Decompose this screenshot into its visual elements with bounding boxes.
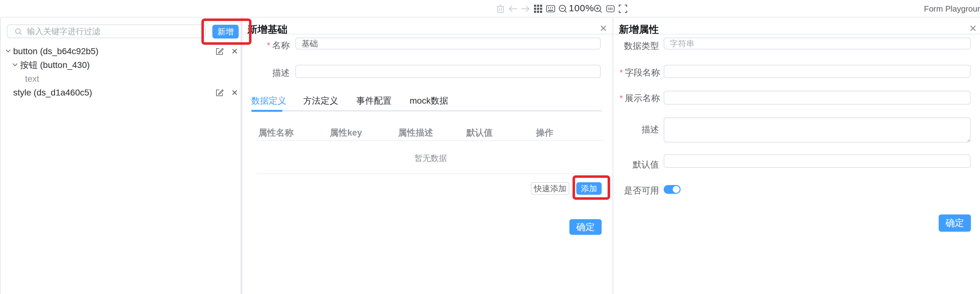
tree-row-anniu[interactable]: 按钮 (button_430) (1, 58, 241, 72)
col-header-actions: 操作 (536, 127, 554, 139)
add-property-drawer: 新增属性 ✕ 数据类型 *字段名称 *展示名称 描述 默认值 是否可用 确定 (613, 17, 980, 294)
confirm-button[interactable]: 确定 (570, 219, 601, 235)
table-empty-text: 暂无数据 (257, 153, 605, 164)
undo-back-icon[interactable] (507, 3, 519, 15)
top-toolbar: 100% Form Playground F (0, 0, 980, 17)
tab-data-definition[interactable]: 数据定义 (251, 95, 286, 107)
enabled-toggle[interactable] (664, 185, 681, 194)
field-name-input[interactable] (664, 65, 970, 78)
tab-active-indicator (251, 110, 283, 112)
redo-forward-icon[interactable] (519, 3, 531, 15)
close-icon[interactable]: ✕ (600, 24, 607, 33)
app-title: Form Playground F (924, 4, 980, 14)
field-label-desc: 描述 (255, 67, 290, 79)
tree-row-button[interactable]: button (ds_b64c92b5) ✕ (1, 44, 241, 58)
tab-track (251, 110, 602, 111)
table-bottom-border (257, 173, 605, 174)
delete-node-icon[interactable]: ✕ (231, 89, 238, 97)
tree-node-label[interactable]: style (ds_d1a460c5) (13, 88, 92, 98)
col-header-prop-name: 属性名称 (258, 127, 293, 139)
search-input[interactable] (27, 26, 202, 37)
data-type-select[interactable] (664, 38, 970, 49)
confirm-button[interactable]: 确定 (939, 215, 971, 232)
field-label-name: *名称 (255, 40, 290, 51)
edit-icon[interactable] (215, 47, 224, 56)
toggle-knob (673, 186, 679, 193)
keyboard-icon[interactable] (544, 3, 557, 15)
field-label-enabled: 是否可用 (619, 185, 659, 197)
zoom-out-icon[interactable] (557, 3, 569, 15)
grid-view-icon[interactable] (532, 3, 544, 15)
add-button[interactable]: 添加 (576, 182, 601, 195)
col-header-prop-key: 属性key (330, 127, 362, 139)
fullscreen-icon[interactable] (617, 3, 629, 15)
tree-node-label[interactable]: text (25, 74, 39, 84)
edit-icon[interactable] (215, 89, 224, 97)
quick-add-button[interactable]: 快速添加 (531, 182, 570, 195)
default-value-input[interactable] (664, 154, 970, 168)
search-box (7, 24, 206, 38)
zoom-in-icon[interactable] (592, 3, 604, 15)
delete-icon[interactable] (494, 3, 507, 15)
required-mark: * (619, 93, 623, 103)
name-input[interactable] (295, 38, 601, 49)
display-name-input[interactable] (664, 91, 970, 105)
add-datasource-button[interactable]: 新增 (212, 25, 239, 38)
add-base-drawer: 新增基础 ✕ *名称 描述 数据定义 方法定义 事件配置 mock数据 属性名称… (242, 17, 612, 294)
delete-node-icon[interactable]: ✕ (231, 47, 238, 56)
close-icon[interactable]: ✕ (969, 24, 977, 33)
tree-node-label[interactable]: button (ds_b64c92b5) (13, 46, 99, 56)
divider (242, 34, 612, 35)
chevron-down-icon[interactable] (11, 60, 19, 70)
field-label-default-value: 默认值 (619, 159, 659, 171)
tab-event-config[interactable]: 事件配置 (356, 95, 391, 107)
required-mark: * (267, 40, 270, 50)
desc-textarea[interactable] (664, 118, 970, 143)
required-mark: * (619, 68, 623, 77)
tree-row-style[interactable]: style (ds_d1a460c5) ✕ (1, 86, 241, 100)
col-header-default: 默认值 (466, 127, 493, 139)
chevron-down-icon[interactable] (5, 46, 11, 56)
tab-mock-data[interactable]: mock数据 (410, 95, 448, 107)
desc-input[interactable] (295, 65, 601, 78)
col-header-prop-desc: 属性描述 (398, 127, 433, 139)
search-icon (15, 28, 22, 35)
drawer-title: 新增基础 (247, 23, 288, 37)
tab-method-definition[interactable]: 方法定义 (303, 95, 338, 107)
tree-row-text[interactable]: text (1, 72, 241, 86)
field-label-data-type: 数据类型 (619, 40, 659, 52)
field-label-field-name: *字段名称 (619, 67, 659, 79)
component-tree-sidebar: 新增 button (ds_b64c92b5) ✕ 按钮 (button_430… (0, 17, 240, 294)
table-header-border (257, 140, 605, 141)
field-label-desc: 描述 (619, 124, 659, 135)
tree-node-label[interactable]: 按钮 (button_430) (20, 59, 90, 71)
field-label-display-name: *展示名称 (619, 92, 659, 104)
zoom-level: 100% (569, 3, 594, 13)
minimap-icon[interactable] (604, 3, 617, 15)
divider (613, 34, 980, 35)
drawer-title: 新增属性 (619, 23, 659, 37)
